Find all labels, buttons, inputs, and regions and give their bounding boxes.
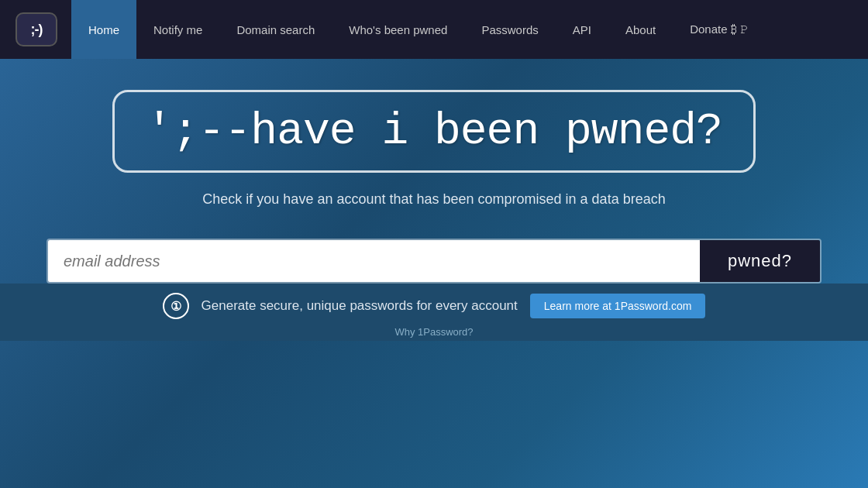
nav-item-donate[interactable]: Donate ₿ 𝙿 <box>673 0 766 59</box>
email-input[interactable] <box>48 240 700 282</box>
onepassword-icon: ① <box>163 293 189 319</box>
pwned-search-button[interactable]: pwned? <box>700 240 820 282</box>
why-onepassword-link[interactable]: Why 1Password? <box>394 326 473 338</box>
hero-subtitle: Check if you have an account that has be… <box>202 191 665 208</box>
nav-item-whos-been-pwned[interactable]: Who's been pwned <box>332 0 464 59</box>
onepassword-link-button[interactable]: Learn more at 1Password.com <box>530 294 706 318</box>
nav-item-passwords[interactable]: Passwords <box>464 0 555 59</box>
hero-title-box: ';--have i been pwned? <box>112 90 756 173</box>
password-banner: ① Generate secure, unique passwords for … <box>0 284 868 341</box>
nav-item-about[interactable]: About <box>608 0 673 59</box>
nav-item-home[interactable]: Home <box>71 0 136 59</box>
nav-item-api[interactable]: API <box>556 0 608 59</box>
nav-items: Home Notify me Domain search Who's been … <box>71 0 852 59</box>
logo-text: ;-) <box>31 22 43 38</box>
main-content: ';--have i been pwned? Check if you have… <box>0 59 868 488</box>
hero-title: ';--have i been pwned? <box>146 106 722 156</box>
banner-text: Generate secure, unique passwords for ev… <box>202 298 518 314</box>
nav-item-domain-search[interactable]: Domain search <box>219 0 332 59</box>
search-container: pwned? <box>46 239 822 284</box>
navbar: ;-) Home Notify me Domain search Who's b… <box>0 0 868 59</box>
nav-item-notify[interactable]: Notify me <box>136 0 219 59</box>
site-logo[interactable]: ;-) <box>16 12 57 46</box>
